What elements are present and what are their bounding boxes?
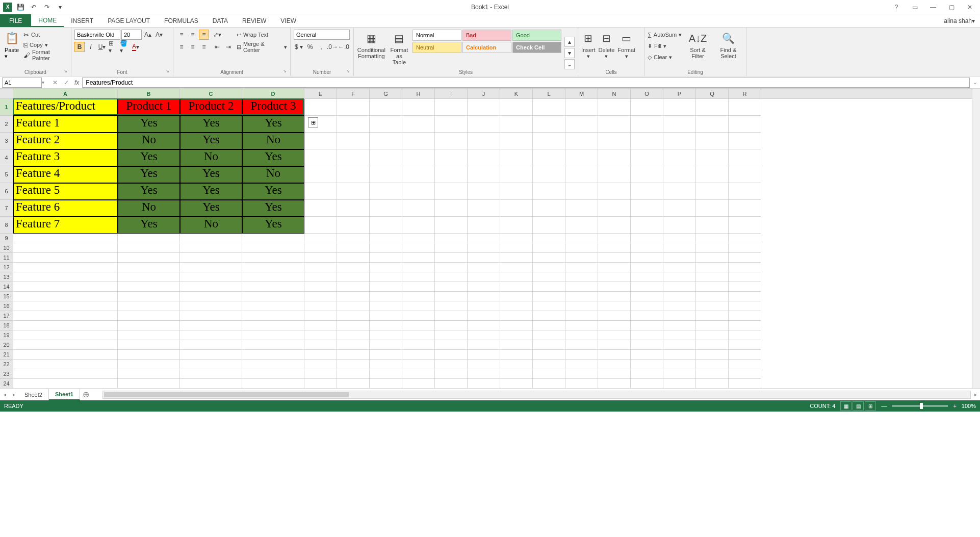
- cell-I12[interactable]: [435, 263, 468, 272]
- cell-O14[interactable]: [631, 282, 663, 292]
- cell-D21[interactable]: [242, 350, 304, 360]
- cell-A19[interactable]: [13, 330, 118, 340]
- cell-R23[interactable]: [729, 369, 761, 379]
- cell-H18[interactable]: [402, 321, 435, 330]
- cell-A8[interactable]: Feature 7: [13, 217, 118, 234]
- cell-O11[interactable]: [631, 253, 663, 263]
- col-header-J[interactable]: J: [468, 89, 500, 98]
- cell-N17[interactable]: [598, 311, 631, 321]
- cell-N18[interactable]: [598, 321, 631, 330]
- new-sheet-button[interactable]: ⊕: [80, 390, 92, 399]
- cell-A18[interactable]: [13, 321, 118, 330]
- col-header-D[interactable]: D: [242, 89, 304, 98]
- cell-F7[interactable]: [337, 200, 370, 217]
- cell-P14[interactable]: [663, 282, 696, 292]
- cell-B18[interactable]: [118, 321, 180, 330]
- style-neutral[interactable]: Neutral: [412, 42, 461, 53]
- comma-button[interactable]: ,: [316, 42, 326, 52]
- cell-R4[interactable]: [729, 149, 761, 166]
- cell-H7[interactable]: [402, 200, 435, 217]
- cell-K1[interactable]: [500, 99, 533, 116]
- cell-C10[interactable]: [180, 243, 242, 253]
- col-header-L[interactable]: L: [533, 89, 565, 98]
- cell-H24[interactable]: [402, 379, 435, 388]
- cell-P16[interactable]: [663, 301, 696, 311]
- zoom-thumb[interactable]: [920, 403, 923, 409]
- cell-B12[interactable]: [118, 263, 180, 272]
- cell-L12[interactable]: [533, 263, 565, 272]
- cell-K24[interactable]: [500, 379, 533, 388]
- cell-M9[interactable]: [565, 234, 598, 243]
- cell-K15[interactable]: [500, 292, 533, 301]
- style-normal[interactable]: Normal: [412, 30, 461, 41]
- cell-J12[interactable]: [468, 263, 500, 272]
- row-header-22[interactable]: 22: [0, 360, 13, 369]
- cell-H11[interactable]: [402, 253, 435, 263]
- cell-R18[interactable]: [729, 321, 761, 330]
- styles-more[interactable]: ⌄: [564, 59, 575, 69]
- cell-H8[interactable]: [402, 217, 435, 234]
- cell-K23[interactable]: [500, 369, 533, 379]
- tab-formulas[interactable]: FORMULAS: [157, 14, 205, 27]
- cell-J19[interactable]: [468, 330, 500, 340]
- cell-F10[interactable]: [337, 243, 370, 253]
- paste-icon[interactable]: 📋: [3, 30, 20, 47]
- cell-N6[interactable]: [598, 183, 631, 200]
- cell-P9[interactable]: [663, 234, 696, 243]
- cell-A17[interactable]: [13, 311, 118, 321]
- cell-M7[interactable]: [565, 200, 598, 217]
- cell-J21[interactable]: [468, 350, 500, 360]
- cell-N21[interactable]: [598, 350, 631, 360]
- cell-A12[interactable]: [13, 263, 118, 272]
- cell-R15[interactable]: [729, 292, 761, 301]
- vertical-scrollbar[interactable]: [972, 89, 980, 388]
- cell-R21[interactable]: [729, 350, 761, 360]
- cell-O7[interactable]: [631, 200, 663, 217]
- cell-Q1[interactable]: [696, 99, 729, 116]
- cell-M13[interactable]: [565, 272, 598, 282]
- cell-G16[interactable]: [370, 301, 402, 311]
- cell-I1[interactable]: [435, 99, 468, 116]
- align-middle-button[interactable]: ≡: [188, 30, 198, 40]
- cell-M14[interactable]: [565, 282, 598, 292]
- cell-J15[interactable]: [468, 292, 500, 301]
- row-header-7[interactable]: 7: [0, 200, 13, 217]
- cell-F4[interactable]: [337, 149, 370, 166]
- cell-I4[interactable]: [435, 149, 468, 166]
- cell-C23[interactable]: [180, 369, 242, 379]
- cell-I2[interactable]: [435, 116, 468, 133]
- cell-D19[interactable]: [242, 330, 304, 340]
- cell-F19[interactable]: [337, 330, 370, 340]
- cell-F3[interactable]: [337, 133, 370, 149]
- cell-B23[interactable]: [118, 369, 180, 379]
- cell-H22[interactable]: [402, 360, 435, 369]
- cell-H19[interactable]: [402, 330, 435, 340]
- cell-N19[interactable]: [598, 330, 631, 340]
- zoom-level[interactable]: 100%: [962, 403, 976, 409]
- cell-C19[interactable]: [180, 330, 242, 340]
- cell-O17[interactable]: [631, 311, 663, 321]
- cell-Q13[interactable]: [696, 272, 729, 282]
- cell-N10[interactable]: [598, 243, 631, 253]
- cell-G15[interactable]: [370, 292, 402, 301]
- col-header-M[interactable]: M: [565, 89, 598, 98]
- cell-C4[interactable]: No: [180, 149, 242, 166]
- cell-O8[interactable]: [631, 217, 663, 234]
- cell-A22[interactable]: [13, 360, 118, 369]
- cell-A2[interactable]: Feature 1: [13, 116, 118, 133]
- cell-D16[interactable]: [242, 301, 304, 311]
- cell-O4[interactable]: [631, 149, 663, 166]
- cell-M22[interactable]: [565, 360, 598, 369]
- col-header-E[interactable]: E: [304, 89, 337, 98]
- cell-R10[interactable]: [729, 243, 761, 253]
- cell-J24[interactable]: [468, 379, 500, 388]
- row-header-18[interactable]: 18: [0, 321, 13, 330]
- cell-C22[interactable]: [180, 360, 242, 369]
- cell-L16[interactable]: [533, 301, 565, 311]
- cell-G9[interactable]: [370, 234, 402, 243]
- cell-C17[interactable]: [180, 311, 242, 321]
- cell-Q9[interactable]: [696, 234, 729, 243]
- sheet-tab-sheet2[interactable]: Sheet2: [18, 389, 49, 400]
- grow-font-button[interactable]: A▴: [143, 30, 153, 40]
- cell-R24[interactable]: [729, 379, 761, 388]
